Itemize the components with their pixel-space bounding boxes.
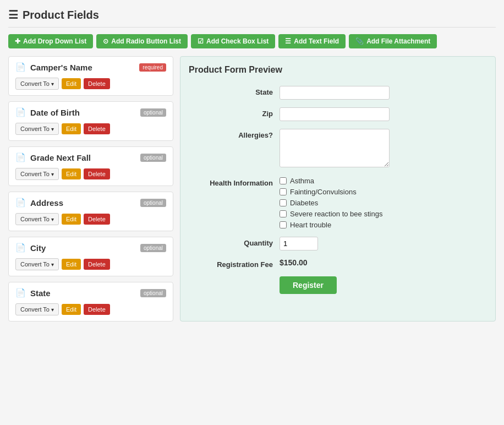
preview-panel: Product Form Preview State Zip bbox=[180, 56, 496, 322]
register-button[interactable]: Register bbox=[280, 276, 337, 294]
edit-button-0[interactable]: Edit bbox=[62, 78, 81, 89]
list-icon: ☰ bbox=[8, 8, 18, 21]
preview-label-state: State bbox=[191, 86, 280, 96]
field-card-date-of-birth: 📄 Date of Birth optional Convert To Edit… bbox=[8, 101, 173, 141]
field-list: 📄 Camper's Name required Convert To Edit… bbox=[8, 56, 173, 322]
add-text-button[interactable]: ☰ Add Text Field bbox=[278, 34, 346, 48]
checkbox-asthma[interactable] bbox=[280, 177, 287, 184]
preview-label-zip: Zip bbox=[191, 107, 280, 118]
doc-icon-0: 📄 bbox=[15, 62, 26, 72]
badge-optional-2: optional bbox=[140, 154, 166, 162]
edit-button-2[interactable]: Edit bbox=[62, 168, 81, 179]
add-radio-icon: ⊙ bbox=[103, 37, 108, 45]
add-file-icon: 📎 bbox=[355, 37, 364, 45]
toolbar: ✚ Add Drop Down List ⊙ Add Radio Button … bbox=[8, 34, 496, 48]
badge-required-0: required bbox=[139, 63, 166, 72]
field-card-city: 📄 City optional Convert To Edit Delete bbox=[8, 237, 173, 276]
preview-label-fee: Registration Fee bbox=[191, 258, 280, 269]
add-checkbox-button[interactable]: ☑ Add Check Box List bbox=[191, 34, 275, 48]
checkbox-item-4[interactable]: Heart trouble bbox=[280, 221, 484, 229]
preview-textarea-allergies[interactable] bbox=[280, 129, 390, 167]
checkbox-diabetes[interactable] bbox=[280, 199, 287, 206]
doc-icon-5: 📄 bbox=[15, 288, 26, 298]
field-card-state: 📄 State optional Convert To Edit Delete bbox=[8, 282, 173, 322]
preview-row-state: State bbox=[191, 86, 484, 100]
doc-icon-4: 📄 bbox=[15, 243, 26, 253]
preview-row-allergies: Allergies? bbox=[191, 129, 484, 169]
form-preview: State Zip Allergies? bbox=[189, 83, 487, 304]
checkbox-heart[interactable] bbox=[280, 221, 287, 228]
convert-to-button-4[interactable]: Convert To bbox=[15, 258, 59, 270]
preview-input-zip[interactable] bbox=[280, 107, 390, 121]
field-card-address: 📄 Address optional Convert To Edit Delet… bbox=[8, 192, 173, 231]
checkbox-bee-stings[interactable] bbox=[280, 210, 287, 217]
add-checkbox-icon: ☑ bbox=[198, 37, 204, 45]
doc-icon-3: 📄 bbox=[15, 198, 26, 208]
add-radio-button[interactable]: ⊙ Add Radio Button List bbox=[96, 34, 188, 48]
delete-button-0[interactable]: Delete bbox=[84, 78, 110, 89]
page-title: ☰ Product Fields bbox=[8, 8, 496, 28]
preview-input-quantity[interactable] bbox=[280, 237, 318, 250]
delete-button-4[interactable]: Delete bbox=[84, 259, 110, 270]
field-card-campers-name: 📄 Camper's Name required Convert To Edit… bbox=[8, 56, 173, 96]
preview-label-health: Health Information bbox=[191, 177, 280, 187]
doc-icon-1: 📄 bbox=[15, 107, 26, 117]
preview-row-register: Register bbox=[191, 276, 484, 294]
doc-icon-2: 📄 bbox=[15, 152, 26, 162]
add-file-button[interactable]: 📎 Add File Attachment bbox=[349, 34, 437, 48]
preview-title: Product Form Preview bbox=[189, 65, 487, 75]
badge-optional-4: optional bbox=[140, 244, 166, 252]
preview-fee-value: $150.00 bbox=[280, 258, 308, 267]
add-dropdown-button[interactable]: ✚ Add Drop Down List bbox=[8, 34, 93, 48]
edit-button-3[interactable]: Edit bbox=[62, 214, 81, 225]
convert-to-button-3[interactable]: Convert To bbox=[15, 213, 59, 225]
add-dropdown-icon: ✚ bbox=[15, 37, 20, 45]
field-card-grade-next-fall: 📄 Grade Next Fall optional Convert To Ed… bbox=[8, 146, 173, 186]
convert-to-button-0[interactable]: Convert To bbox=[15, 78, 59, 90]
delete-button-2[interactable]: Delete bbox=[84, 168, 110, 179]
preview-row-zip: Zip bbox=[191, 107, 484, 121]
preview-row-health: Health Information Asthma Fainting/Convu… bbox=[191, 177, 484, 229]
checkbox-item-3[interactable]: Severe reaction to bee stings bbox=[280, 210, 484, 218]
preview-input-state[interactable] bbox=[280, 86, 390, 100]
edit-button-4[interactable]: Edit bbox=[62, 259, 81, 270]
badge-optional-1: optional bbox=[140, 108, 166, 117]
convert-to-button-5[interactable]: Convert To bbox=[15, 303, 59, 315]
checkbox-item-2[interactable]: Diabetes bbox=[280, 199, 484, 207]
add-text-icon: ☰ bbox=[285, 37, 291, 45]
preview-row-fee: Registration Fee $150.00 bbox=[191, 258, 484, 269]
badge-optional-3: optional bbox=[140, 199, 166, 207]
delete-button-3[interactable]: Delete bbox=[84, 214, 110, 225]
convert-to-button-1[interactable]: Convert To bbox=[15, 123, 59, 135]
checkbox-item-0[interactable]: Asthma bbox=[280, 177, 484, 185]
checkbox-item-1[interactable]: Fainting/Convulsions bbox=[280, 188, 484, 196]
badge-optional-5: optional bbox=[140, 289, 166, 297]
main-layout: 📄 Camper's Name required Convert To Edit… bbox=[8, 56, 496, 322]
preview-label-allergies: Allergies? bbox=[191, 129, 280, 139]
checkbox-fainting[interactable] bbox=[280, 188, 287, 195]
delete-button-5[interactable]: Delete bbox=[84, 304, 110, 315]
convert-to-button-2[interactable]: Convert To bbox=[15, 168, 59, 180]
edit-button-1[interactable]: Edit bbox=[62, 123, 81, 134]
edit-button-5[interactable]: Edit bbox=[62, 304, 81, 315]
preview-row-quantity: Quantity bbox=[191, 237, 484, 250]
delete-button-1[interactable]: Delete bbox=[84, 123, 110, 134]
preview-label-quantity: Quantity bbox=[191, 237, 280, 247]
health-checkbox-list: Asthma Fainting/Convulsions Diabetes bbox=[280, 177, 484, 229]
